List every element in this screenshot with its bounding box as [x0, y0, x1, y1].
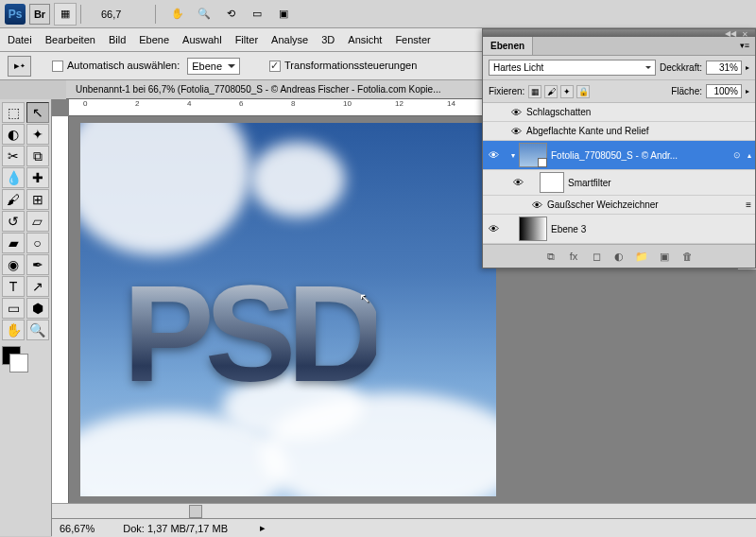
shape-tool[interactable]: ▭ — [2, 298, 25, 319]
slice-tool[interactable]: ⧉ — [26, 146, 49, 166]
eye-icon[interactable]: 👁 — [487, 222, 500, 235]
lock-pixels-icon[interactable]: 🖌 — [544, 85, 558, 98]
layer-name[interactable]: Ebene 3 — [551, 224, 751, 234]
mouse-cursor-icon: ↖ — [359, 290, 370, 305]
zoom-display[interactable]: 66,7 — [92, 7, 130, 22]
move-tool[interactable]: ↖ — [26, 102, 49, 123]
adjustment-layer-icon[interactable]: ◐ — [610, 249, 627, 264]
filter-edit-icon[interactable]: ≡ — [746, 199, 751, 210]
eye-icon[interactable]: 👁 — [509, 106, 523, 119]
blur-tool[interactable]: ○ — [26, 233, 49, 253]
eye-icon[interactable]: 👁 — [530, 199, 543, 212]
horizontal-scrollbar[interactable] — [52, 503, 756, 518]
filter-mask-thumbnail[interactable] — [540, 172, 564, 193]
eye-icon[interactable]: 👁 — [509, 125, 523, 138]
bridge-icon[interactable]: Br — [29, 4, 50, 25]
layer-style-icon[interactable]: fx — [565, 249, 582, 264]
panel-menu-icon[interactable]: ▾≡ — [734, 37, 755, 55]
filter-gauss[interactable]: 👁 Gaußscher Weichzeichner ≡ — [483, 196, 755, 215]
menu-ansicht[interactable]: Ansicht — [348, 34, 382, 45]
wand-tool[interactable]: ✦ — [26, 124, 49, 145]
link-layers-icon[interactable]: ⧉ — [542, 249, 559, 264]
layer-ebene3[interactable]: 👁 ▾ Ebene 3 — [483, 215, 755, 244]
status-doc-size[interactable]: Dok: 1,37 MB/7,17 MB — [123, 523, 228, 534]
fill-input[interactable] — [706, 84, 742, 98]
lock-position-icon[interactable]: ✦ — [560, 85, 574, 98]
statusbar: 66,67% Dok: 1,37 MB/7,17 MB ▸ — [52, 518, 756, 537]
current-tool-icon[interactable]: ▸✦ — [8, 56, 31, 77]
zoom-tool[interactable]: 🔍 — [26, 320, 49, 340]
path-tool[interactable]: ↗ — [26, 276, 49, 297]
opacity-slider-icon[interactable]: ▸ — [746, 63, 749, 72]
status-zoom[interactable]: 66,67% — [60, 523, 94, 534]
layer-mask-icon[interactable]: ◻ — [588, 249, 605, 264]
opacity-input[interactable] — [706, 61, 742, 75]
layer-name[interactable]: Fotolia_7708050_S - © Andr... — [551, 150, 730, 161]
zoom-tool-icon[interactable]: 🔍 — [193, 3, 215, 26]
healing-tool[interactable]: ✚ — [26, 167, 49, 188]
eye-icon[interactable]: 👁 — [511, 176, 524, 189]
hand-tool-icon[interactable]: ✋ — [166, 3, 189, 26]
pen-tool[interactable]: ✒ — [26, 254, 49, 275]
photoshop-app-icon[interactable]: Ps — [5, 4, 26, 25]
effect-kante[interactable]: 👁 Abgeflachte Kante und Relief — [483, 122, 755, 141]
hand-tool[interactable]: ✋ — [2, 320, 25, 340]
marquee-tool[interactable]: ⬚ — [2, 102, 25, 123]
transform-controls-checkbox[interactable]: Transformationssteuerungen — [269, 60, 417, 72]
crop-tool[interactable]: ✂ — [2, 146, 25, 166]
layers-tab[interactable]: Ebenen — [483, 37, 533, 55]
new-layer-icon[interactable]: ▣ — [656, 249, 673, 264]
tools-panel: ⬚ ↖ ◐ ✦ ✂ ⧉ 💧 ✚ 🖌 ⊞ ↺ ▱ ▰ ○ ◉ ✒ T ↗ ▭ ⬢ … — [0, 99, 52, 536]
menu-ebene[interactable]: Ebene — [139, 34, 169, 45]
menu-fenster[interactable]: Fenster — [395, 34, 430, 45]
document-canvas[interactable]: PSD — [80, 123, 496, 496]
layer-fotolia[interactable]: 👁 ▾ ▣ Fotolia_7708050_S - © Andr... ⊙ ▴ — [483, 141, 755, 170]
screen-mode-icon[interactable]: ▣ — [272, 3, 295, 26]
lock-all-icon[interactable]: 🔒 — [576, 85, 590, 98]
fill-slider-icon[interactable]: ▸ — [746, 87, 749, 95]
extras-icon[interactable]: ▦ — [54, 3, 77, 26]
auto-select-target-dropdown[interactable]: Ebene — [187, 58, 240, 75]
3d-tool[interactable]: ⬢ — [26, 298, 49, 319]
rotate-view-icon[interactable]: ⟲ — [219, 3, 242, 26]
layer-thumbnail[interactable] — [519, 217, 547, 241]
expand-icon[interactable]: ▾ — [511, 151, 515, 160]
color-swatches[interactable] — [2, 346, 49, 372]
auto-select-checkbox[interactable]: Automatisch auswählen: — [52, 60, 180, 72]
eye-icon[interactable]: 👁 — [487, 148, 500, 162]
type-tool[interactable]: T — [2, 276, 25, 297]
panel-close-icon[interactable]: ✕ — [742, 30, 751, 36]
stamp-tool[interactable]: ⊞ — [26, 189, 49, 210]
collapse-icon[interactable]: ▴ — [747, 151, 751, 160]
eraser-tool[interactable]: ▱ — [26, 211, 49, 232]
menu-3d[interactable]: 3D — [321, 34, 335, 45]
menu-auswahl[interactable]: Auswahl — [182, 34, 222, 45]
gradient-tool[interactable]: ▰ — [2, 233, 25, 253]
blend-mode-dropdown[interactable]: Hartes Licht — [489, 60, 656, 76]
lock-transparency-icon[interactable]: ▦ — [528, 85, 541, 98]
delete-layer-icon[interactable]: 🗑 — [679, 249, 696, 264]
fx-icon[interactable]: ⊙ — [733, 150, 741, 160]
menu-bild[interactable]: Bild — [109, 34, 126, 45]
layer-thumbnail[interactable]: ▣ — [519, 143, 547, 167]
auto-select-label: Automatisch auswählen: — [67, 60, 180, 71]
vertical-ruler[interactable] — [52, 116, 69, 536]
layer-list: 👁 Schlagschatten 👁 Abgeflachte Kante und… — [483, 103, 755, 244]
history-brush-tool[interactable]: ↺ — [2, 211, 25, 232]
eyedropper-tool[interactable]: 💧 — [2, 167, 25, 188]
menu-filter[interactable]: Filter — [235, 34, 258, 45]
layer-smartfilter[interactable]: 👁 Smartfilter — [483, 170, 755, 196]
menu-bearbeiten[interactable]: Bearbeiten — [45, 34, 95, 45]
layer-name[interactable]: Smartfilter — [568, 178, 751, 188]
lasso-tool[interactable]: ◐ — [2, 124, 25, 145]
brush-tool[interactable]: 🖌 — [2, 189, 25, 210]
arrange-icon[interactable]: ▭ — [246, 3, 268, 26]
menu-datei[interactable]: Datei — [8, 34, 32, 45]
menu-analyse[interactable]: Analyse — [271, 34, 308, 45]
dodge-tool[interactable]: ◉ — [2, 254, 25, 275]
background-color[interactable] — [9, 354, 28, 372]
effect-schlagschatten[interactable]: 👁 Schlagschatten — [483, 103, 755, 122]
panel-titlebar[interactable]: ◀◀ ✕ — [483, 29, 755, 37]
layer-group-icon[interactable]: 📁 — [633, 249, 650, 264]
fill-label: Fläche: — [671, 86, 702, 96]
